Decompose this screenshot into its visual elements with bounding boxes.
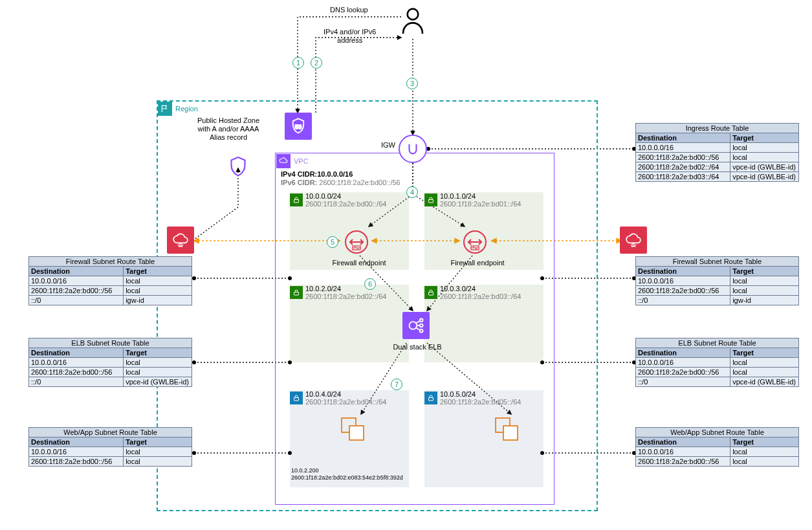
svg-point-29	[420, 329, 423, 333]
table-title: Web/App Subnet Route Table	[636, 428, 799, 437]
table-row: 2600:1f18:2a2e:bd00::/56local	[636, 153, 799, 162]
table-row: ::/0igw-id	[29, 296, 192, 305]
ec2-ipv4: 10.0.2.200	[291, 467, 319, 474]
table-row: 10.0.0.0/16local	[29, 358, 192, 368]
table-title: ELB Subnet Route Table	[636, 338, 799, 348]
table-col: Target	[124, 348, 192, 358]
svg-point-27	[420, 319, 423, 322]
lock-icon	[290, 392, 303, 404]
table-col: Target	[124, 267, 192, 276]
table-col: Destination	[29, 348, 124, 358]
elb-rt-right: ELB Subnet Route TableDestinationTarget1…	[635, 338, 799, 387]
table-title: Firewall Subnet Route Table	[636, 257, 799, 267]
lock-icon	[290, 193, 303, 206]
table-title: Firewall Subnet Route Table	[29, 257, 192, 267]
network-firewall-right-icon	[620, 226, 647, 254]
route53-icon: 53	[285, 113, 312, 140]
svg-rect-33	[503, 426, 518, 440]
table-row: 10.0.0.0/16local	[29, 447, 192, 457]
shield-icon	[226, 155, 250, 180]
table-col: Destination	[636, 133, 730, 143]
table-row: 2600:1f18:2a2e:bd00::/56local	[636, 368, 799, 377]
subnet-cidr-v6: 2600:1f18:2a2e:bd05::/64	[440, 398, 521, 406]
subnet-cidr-v4: 10.0.4.0/24	[305, 390, 386, 398]
step-3: 3	[406, 78, 418, 89]
subnet-cidr-v6: 2600:1f18:2a2e:bd02::/64	[305, 293, 386, 300]
instances-a-icon	[338, 414, 370, 448]
firewall-endpoint-b-label: Firewall endpoint	[448, 259, 507, 267]
table-row: ::/0igw-id	[636, 296, 799, 305]
ec2-ipv6: 2600:1f18:2a2e:bd02:e083:54e2:b5f8:392d	[291, 474, 403, 481]
firewall-endpoint-a-icon	[341, 226, 372, 259]
subnet-cidr-v4: 10.0.3.0/24	[440, 285, 521, 293]
svg-rect-18	[294, 398, 299, 401]
subnet-cidr-v6: 2600:1f18:2a2e:bd00::/64	[305, 200, 386, 208]
dns-lookup-label: DNS lookup	[330, 6, 368, 14]
table-row: ::/0vpce-id (GWLBE-id)	[29, 377, 192, 387]
step-7: 7	[391, 379, 402, 390]
ip-address-label: IPv4 and/or IPv6 address	[324, 28, 376, 45]
table-col: Destination	[636, 267, 730, 276]
user-icon	[400, 6, 426, 36]
firewall-rt-right: Firewall Subnet Route TableDestinationTa…	[635, 256, 799, 305]
table-col: Target	[730, 348, 799, 358]
svg-point-20	[408, 9, 419, 20]
firewall-rt-left: Firewall Subnet Route TableDestinationTa…	[28, 256, 192, 305]
step-4: 4	[406, 186, 418, 198]
lock-icon	[290, 286, 303, 299]
elb-label: Dual stack ELB	[388, 343, 446, 351]
subnet-cidr-v4: 10.0.5.0/24	[440, 390, 521, 398]
table-row: 2600:1f18:2a2e:bd00::/56local	[29, 368, 192, 377]
subnet-cidr-v6: 2600:1f18:2a2e:bd03::/64	[440, 293, 521, 300]
subnet-cidr-v4: 10.0.0.0/24	[305, 192, 386, 200]
table-col: Destination	[636, 437, 730, 447]
svg-rect-17	[429, 293, 433, 296]
lock-icon	[424, 193, 437, 206]
vpc-tag: VPC	[276, 154, 309, 168]
table-row: 2600:1f18:2a2e:bd00::/56local	[29, 286, 192, 296]
region-label: Region	[175, 105, 198, 113]
table-row: 10.0.0.0/16local	[29, 276, 192, 286]
table-row: 2600:1f18:2a2e:bd00::/56local	[636, 286, 799, 296]
svg-rect-19	[429, 398, 433, 401]
step-2: 2	[311, 57, 322, 69]
step-1: 1	[292, 57, 304, 69]
svg-point-28	[420, 324, 423, 327]
table-col: Target	[730, 133, 799, 143]
firewall-endpoint-b-icon	[459, 226, 490, 259]
table-row: 10.0.0.0/16local	[636, 143, 799, 153]
table-row: 2600:1f18:2a2e:bd00::/56local	[636, 457, 799, 467]
table-col: Destination	[636, 348, 730, 358]
elb-rt-left: ELB Subnet Route TableDestinationTarget1…	[28, 338, 192, 387]
lock-icon	[424, 286, 437, 299]
svg-text:53: 53	[295, 124, 302, 130]
table-row: 10.0.0.0/16local	[636, 358, 799, 368]
subnet-cidr-v6: 2600:1f18:2a2e:bd01::/64	[440, 200, 521, 208]
table-title: Ingress Route Table	[636, 124, 799, 133]
subnet-cidr-v4: 10.0.1.0/24	[440, 192, 521, 200]
lock-icon	[424, 392, 437, 404]
elb-icon	[402, 312, 430, 339]
instances-b-icon	[492, 414, 524, 448]
hosted-zone-label: Public Hosted Zone with A and/or AAAA Al…	[197, 116, 259, 142]
subnet-app-b: 10.0.5.0/24 2600:1f18:2a2e:bd05::/64	[424, 390, 543, 487]
step-5: 5	[327, 236, 338, 248]
svg-rect-15	[429, 200, 433, 203]
ingress-route-table: Ingress Route TableDestinationTarget10.0…	[635, 123, 799, 182]
app-rt-left: Web/App Subnet Route TableDestinationTar…	[28, 427, 192, 467]
svg-point-26	[410, 322, 417, 329]
svg-rect-16	[294, 293, 299, 296]
subnet-cidr-v6: 2600:1f18:2a2e:bd04::/64	[305, 398, 386, 406]
table-title: Web/App Subnet Route Table	[29, 428, 192, 437]
svg-rect-14	[294, 200, 299, 203]
table-row: 10.0.0.0/16local	[636, 447, 799, 457]
table-title: ELB Subnet Route Table	[29, 338, 192, 348]
table-col: Target	[730, 267, 799, 276]
table-row: 2600:1f18:2a2e:bd02::/64vpce-id (GWLBE-i…	[636, 162, 799, 172]
table-col: Target	[124, 437, 192, 447]
table-row: 10.0.0.0/16local	[636, 276, 799, 286]
table-col: Destination	[29, 267, 124, 276]
network-firewall-left-icon	[167, 226, 194, 254]
svg-rect-31	[349, 426, 364, 440]
igw-icon	[399, 135, 427, 163]
